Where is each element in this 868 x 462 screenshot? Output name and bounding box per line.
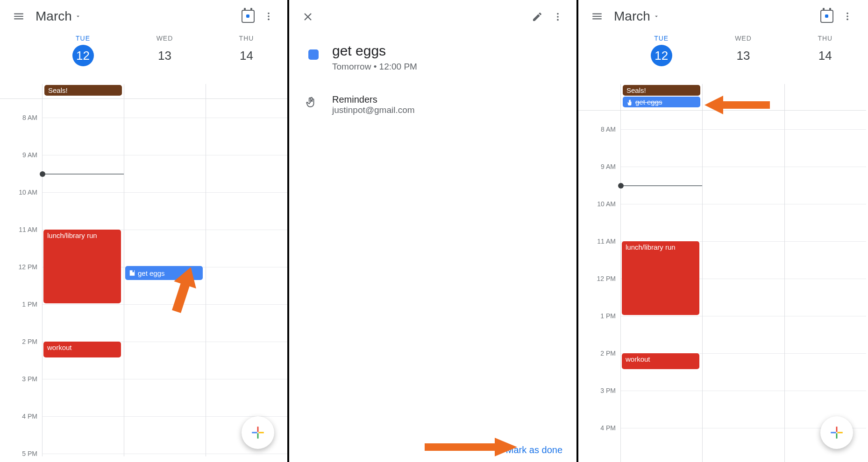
day-column-tue[interactable]: lunch/library run workout [620,111,702,462]
day-abbr: THU [818,35,832,42]
svg-rect-3 [257,427,259,432]
edit-icon[interactable] [527,7,548,27]
svg-rect-15 [836,427,838,432]
svg-rect-6 [258,432,263,434]
menu-icon[interactable] [8,6,29,27]
day-column-tue[interactable]: lunch/library run workout [42,99,124,456]
svg-point-8 [557,13,559,15]
svg-rect-17 [831,432,836,434]
time-gutter: 8 AM 9 AM 10 AM 11 AM 12 PM 1 PM 2 PM 3 … [578,111,620,462]
svg-point-9 [557,16,559,18]
mark-as-done-button[interactable]: Mark as done [506,445,562,455]
event-lunch[interactable]: lunch/library run [622,241,699,315]
svg-point-14 [847,19,848,21]
day-abbr: TUE [654,35,669,42]
reminder-title: get eggs [332,43,417,59]
day-number[interactable]: 13 [154,45,176,66]
plus-icon [250,425,266,441]
month-label: March [36,9,72,24]
day-abbr: WED [157,35,173,42]
day-number[interactable]: 12 [651,45,672,66]
reminder-hand-icon [626,99,633,105]
day-abbr: THU [239,35,254,42]
allday-event-seals[interactable]: Seals! [623,85,700,96]
day-column-wed[interactable] [702,111,784,462]
month-label: March [614,9,650,24]
month-picker[interactable]: March [614,9,660,24]
day-number[interactable]: 12 [72,45,94,66]
menu-icon[interactable] [587,6,607,27]
event-workout[interactable]: workout [43,342,121,357]
now-indicator [43,174,124,175]
event-workout[interactable]: workout [622,353,699,369]
chevron-down-icon [653,13,660,20]
svg-rect-18 [837,432,842,434]
svg-point-12 [847,13,848,14]
event-lunch[interactable]: lunch/library run [43,230,121,303]
svg-rect-4 [257,433,259,438]
svg-point-13 [847,15,848,17]
svg-point-2 [268,19,270,21]
reminder-when: Tomorrow • 12:00 PM [332,62,417,72]
day-number[interactable]: 14 [236,45,257,66]
svg-point-0 [268,13,270,14]
reminder-hand-icon [300,94,321,115]
chevron-down-icon [75,13,81,20]
overflow-menu-icon[interactable] [258,6,279,27]
time-gutter: 8 AM 9 AM 10 AM 11 AM 12 PM 1 PM 2 PM 3 … [0,99,42,456]
svg-point-1 [268,15,270,17]
svg-point-10 [557,19,559,21]
reminder-get-eggs[interactable]: get eggs [125,266,203,280]
calendar-color-icon [308,49,319,60]
close-icon[interactable] [298,7,318,27]
day-column-wed[interactable]: get eggs [124,99,206,456]
today-button[interactable] [817,6,837,27]
allday-event-seals[interactable]: Seals! [44,85,122,96]
day-column-thu[interactable] [206,99,287,456]
day-column-thu[interactable] [784,111,866,462]
reminder-account: justinpot@gmail.com [332,105,415,115]
day-number[interactable]: 14 [814,45,836,66]
create-fab[interactable] [820,416,853,449]
overflow-menu-icon[interactable] [837,6,858,27]
svg-rect-16 [836,433,838,438]
now-indicator [621,185,702,186]
plus-icon [829,425,845,441]
allday-reminder-get-eggs-done[interactable]: get eggs [623,97,700,107]
overflow-menu-icon[interactable] [548,7,568,27]
svg-rect-5 [252,432,257,434]
reminder-section-label: Reminders [332,94,415,105]
create-fab[interactable] [242,416,274,449]
day-abbr: WED [735,35,752,42]
month-picker[interactable]: March [36,9,81,24]
day-abbr: TUE [76,35,90,42]
reminder-hand-icon [129,270,135,276]
today-button[interactable] [238,6,258,27]
annotation-arrow [425,435,518,459]
day-number[interactable]: 13 [733,45,754,66]
svg-marker-11 [425,438,517,456]
